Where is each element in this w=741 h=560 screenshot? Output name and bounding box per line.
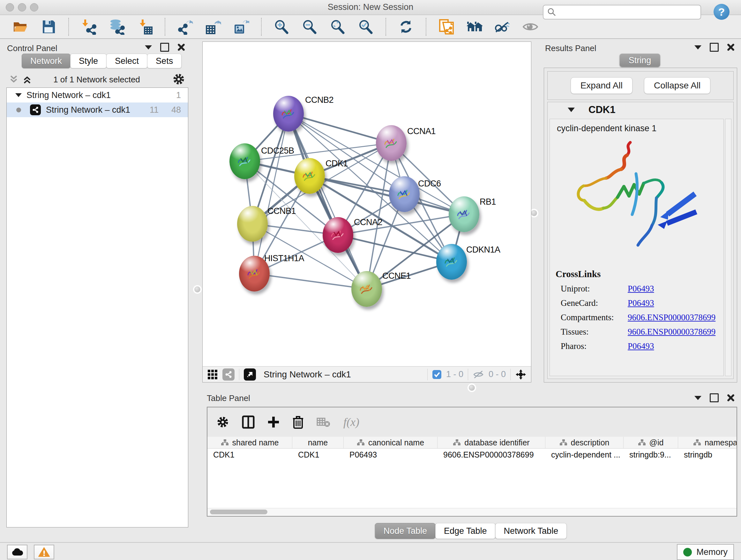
- hidden-eye-slash-icon[interactable]: [473, 370, 484, 379]
- collection-expand-icon[interactable]: [15, 92, 22, 98]
- table-panel-collapse-icon[interactable]: [694, 396, 701, 400]
- table-cell[interactable]: P06493: [344, 449, 437, 461]
- column-header-shared-name[interactable]: shared name: [207, 437, 292, 448]
- table-cell[interactable]: stringdb:9...: [623, 449, 678, 461]
- control-panel-close-icon[interactable]: [178, 44, 185, 51]
- crosslink-link[interactable]: 9606.ENSP00000378699: [628, 327, 716, 337]
- hide-panels-icon[interactable]: [494, 18, 511, 35]
- node-CDK1[interactable]: [294, 158, 325, 194]
- edge-HIST1H1A-CCNE1[interactable]: [254, 273, 367, 289]
- column-header--id[interactable]: @id: [623, 437, 678, 448]
- crosslink-link[interactable]: P06493: [628, 298, 654, 308]
- table-cell[interactable]: stringdb: [678, 449, 737, 461]
- memory-button[interactable]: Memory: [677, 544, 734, 560]
- column-header-namespace[interactable]: namespace: [678, 437, 737, 448]
- import-table-icon[interactable]: [137, 18, 153, 35]
- bottom-splitter-handle[interactable]: [469, 385, 475, 391]
- pan-crosshair-icon[interactable]: [515, 369, 527, 380]
- zoom-fit-icon[interactable]: [329, 18, 346, 35]
- export-network-icon[interactable]: [177, 18, 193, 35]
- string-import-icon[interactable]: [438, 18, 455, 35]
- results-panel-close-icon[interactable]: [727, 44, 735, 51]
- right-splitter-handle[interactable]: [531, 210, 537, 216]
- tab-network[interactable]: Network: [22, 54, 71, 68]
- tab-string[interactable]: String: [620, 54, 660, 67]
- string-home-icon[interactable]: [466, 18, 482, 35]
- node-CDC25B[interactable]: [229, 143, 260, 179]
- node-CCNE1[interactable]: [351, 271, 382, 307]
- table-hscrollbar-thumb[interactable]: [210, 509, 267, 514]
- show-panel-eye-icon[interactable]: [522, 18, 539, 35]
- tab-sets[interactable]: Sets: [147, 54, 182, 68]
- gene-collapse-icon[interactable]: [567, 107, 575, 113]
- tab-style[interactable]: Style: [70, 54, 107, 68]
- detach-view-icon[interactable]: [244, 368, 256, 381]
- selected-checkbox-icon[interactable]: [432, 370, 442, 379]
- create-column-plus-icon[interactable]: [267, 416, 280, 428]
- network-options-gear-icon[interactable]: [172, 73, 185, 85]
- table-cell[interactable]: CDK1: [207, 449, 292, 461]
- edge-CCNB2-HIST1H1A[interactable]: [254, 114, 288, 273]
- search-input[interactable]: [559, 7, 700, 17]
- collapse-all-button[interactable]: Collapse All: [644, 77, 711, 94]
- table-options-gear-icon[interactable]: [216, 416, 229, 428]
- refresh-icon[interactable]: [398, 18, 414, 35]
- show-columns-icon[interactable]: [242, 415, 255, 429]
- zoom-out-icon[interactable]: [301, 18, 318, 35]
- tab-select[interactable]: Select: [106, 54, 147, 68]
- node-CCNA1[interactable]: [376, 125, 407, 161]
- search-field[interactable]: [543, 5, 701, 19]
- network-row[interactable]: String Network – cdk1 11 48: [7, 103, 188, 117]
- function-builder-icon[interactable]: f(x): [343, 415, 359, 429]
- column-header-canonical-name[interactable]: canonical name: [344, 437, 437, 448]
- node-CDC6[interactable]: [389, 176, 420, 212]
- network-share-icon[interactable]: [222, 368, 234, 381]
- node-CCNB2[interactable]: [273, 96, 304, 132]
- edge-CCNA2-CDKN1A[interactable]: [338, 235, 452, 262]
- cloud-status-button[interactable]: [7, 545, 27, 559]
- table-hscrollbar[interactable]: [207, 508, 737, 516]
- table-cell[interactable]: CDK1: [292, 449, 344, 461]
- crosslink-link[interactable]: 9606.ENSP00000378699: [628, 313, 716, 322]
- crosslink-link[interactable]: P06493: [628, 341, 654, 351]
- left-splitter-handle[interactable]: [194, 287, 200, 293]
- export-table-icon[interactable]: [205, 18, 221, 35]
- gene-section-header[interactable]: CDK1: [548, 102, 733, 118]
- column-header-name[interactable]: name: [292, 437, 344, 448]
- import-network-database-icon[interactable]: [109, 18, 125, 35]
- help-icon[interactable]: ?: [714, 4, 730, 20]
- table-panel-float-icon[interactable]: [710, 393, 719, 402]
- import-network-icon[interactable]: [80, 18, 97, 35]
- results-panel-float-icon[interactable]: [710, 43, 719, 52]
- node-RB1[interactable]: [449, 196, 479, 232]
- table-cell[interactable]: 9606.ENSP00000378699: [437, 449, 545, 461]
- node-CCNA2[interactable]: [323, 217, 353, 253]
- network-canvas[interactable]: CCNB2 CCNA1 CDC25B CDK1 CDC6: [203, 42, 531, 367]
- node-CDKN1A[interactable]: [436, 244, 467, 280]
- tab-edge-table[interactable]: Edge Table: [435, 523, 495, 539]
- zoom-in-icon[interactable]: [273, 18, 290, 35]
- birds-eye-grid-icon[interactable]: [207, 369, 218, 380]
- results-panel-collapse-icon[interactable]: [694, 45, 701, 50]
- column-header-description[interactable]: description: [545, 437, 623, 448]
- tab-node-table[interactable]: Node Table: [375, 523, 435, 539]
- table-row[interactable]: CDK1CDK1P064939606.ENSP00000378699cyclin…: [207, 449, 737, 461]
- table-panel-close-icon[interactable]: [727, 394, 735, 401]
- delete-column-trash-icon[interactable]: [292, 415, 304, 429]
- table-cell[interactable]: cyclin-dependent ...: [545, 449, 623, 461]
- delete-table-icon[interactable]: [317, 417, 331, 428]
- crosslink-link[interactable]: P06493: [628, 284, 654, 294]
- tab-network-table[interactable]: Network Table: [495, 523, 567, 539]
- column-header-database-identifier[interactable]: database identifier: [437, 437, 545, 448]
- results-scrollbar[interactable]: [725, 119, 731, 376]
- network-collection-row[interactable]: String Network – cdk1 1: [7, 88, 188, 103]
- node-CCNB1[interactable]: [237, 206, 268, 242]
- save-session-icon[interactable]: [40, 18, 57, 35]
- control-panel-collapse-icon[interactable]: [145, 45, 152, 50]
- expand-all-button[interactable]: Expand All: [570, 77, 632, 94]
- edge-CCNB2-CCNA1[interactable]: [288, 114, 391, 143]
- warning-status-button[interactable]: [34, 545, 54, 559]
- zoom-selected-icon[interactable]: [357, 18, 374, 35]
- open-session-icon[interactable]: [12, 18, 29, 35]
- control-panel-float-icon[interactable]: [160, 43, 169, 52]
